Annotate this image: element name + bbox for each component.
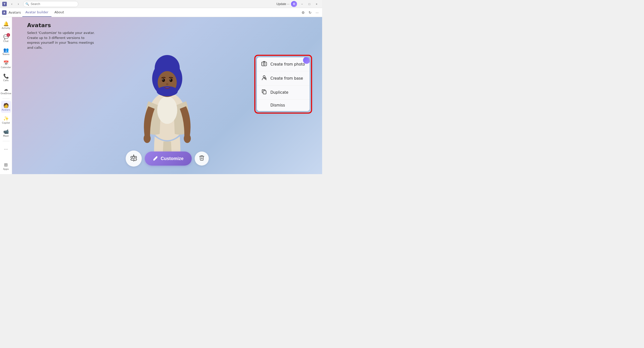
titlebar-nav: ‹ › [9,1,21,7]
activity-icon: 🔔 [3,21,9,26]
avatar-svg [135,36,200,164]
sidebar-item-calls[interactable]: 📞 Calls [1,71,11,83]
sidebar-item-copilot[interactable]: ✨ Copilot [1,114,11,126]
user-avatar: U [291,1,297,7]
sidebar-item-chat[interactable]: 1 💬 Chat [1,32,11,44]
delete-icon [199,155,205,162]
duplicate-label: Duplicate [270,90,288,95]
sidebar-label-onedrive: OneDrive [1,92,11,95]
apps-icon: ⊞ [4,162,8,167]
chat-badge: 1 [7,33,10,37]
forward-button[interactable]: › [16,1,21,7]
svg-text:T: T [4,3,6,6]
create-photo-label: Create from photo [270,62,305,67]
tab-links: Avatar builder About [22,8,67,17]
page-title: Avatars [27,22,97,28]
svg-point-14 [166,83,168,85]
tab-avatar-builder[interactable]: Avatar builder [22,8,51,17]
more-icon: ··· [3,146,9,153]
titlebar: T ‹ › 🔍 Update ··· U − □ × [0,0,322,8]
search-input[interactable] [31,2,76,6]
menu-item-create-base[interactable]: Create from base [257,71,310,85]
sidebar-label-apps: Apps [3,168,9,170]
create-base-label: Create from base [270,76,303,81]
sidebar-divider [3,98,10,99]
menu-item-create-photo[interactable]: Create from photo [257,57,310,71]
minimize-button[interactable]: − [299,1,306,7]
calendar-icon: 📅 [3,60,9,66]
sidebar-label-activity: Activity [2,27,10,29]
customize-label: Customize [161,156,184,161]
avatars-icon: 🧑 [3,103,9,108]
menu-item-dismiss[interactable]: Dismiss [257,100,310,111]
svg-text:?: ? [135,159,136,161]
content-area: Avatars Select 'Customize' to update you… [12,17,322,174]
meet-icon: 📹 [3,129,9,134]
svg-point-15 [144,134,151,143]
svg-point-13 [170,79,171,80]
copilot-icon: ✨ [3,116,9,121]
app-icon: A [2,10,7,15]
dropdown-menu: Create from photo Create from photo [257,57,310,111]
svg-rect-21 [263,91,266,94]
tab-about[interactable]: About [51,8,67,17]
svg-point-3 [157,96,177,124]
refresh-icon-btn[interactable]: ↻ [307,10,313,16]
titlebar-left: T ‹ › 🔍 [2,1,78,7]
tab-bar-actions: ⚙ ↻ ··· [300,10,320,16]
teams-logo: T [2,2,7,7]
back-button[interactable]: ‹ [9,1,15,7]
calls-icon: 📞 [3,73,9,79]
more-icon-btn[interactable]: ··· [314,10,320,16]
settings-icon-btn[interactable]: ⚙ [300,10,306,16]
sidebar-item-onedrive[interactable]: ☁ OneDrive [1,84,11,96]
dismiss-label: Dismiss [270,103,285,108]
dropdown-menu-wrapper: Create from photo Create from photo [254,55,312,114]
svg-point-18 [263,63,265,65]
camera-icon [261,61,267,68]
dropdown-outline: Create from photo Create from photo [254,55,312,114]
duplicate-icon [261,89,267,96]
svg-point-19 [263,76,265,78]
menu-item-duplicate[interactable]: Duplicate [257,85,310,100]
search-icon: 🔍 [25,2,29,6]
sidebar-label-calendar: Calendar [1,66,11,69]
sidebar-label-avatars: Avatars [2,109,10,111]
restore-button[interactable]: □ [306,1,313,7]
close-button[interactable]: × [313,1,320,7]
sidebar-item-calendar[interactable]: 📅 Calendar [1,58,11,70]
sidebar-item-teams[interactable]: 👥 Teams [1,45,11,57]
settings-icon: ? [130,154,137,163]
customize-icon [153,155,158,162]
svg-rect-17 [262,62,267,66]
sidebar-item-apps[interactable]: ⊞ Apps [1,160,11,172]
breadcrumb-avatars: Avatars [9,11,21,14]
sidebar-label-meet: Meet [3,135,9,137]
settings-button[interactable]: ? [126,151,142,167]
sidebar-label-teams: Teams [2,53,9,56]
update-button[interactable]: Update ··· [276,2,289,6]
search-bar: 🔍 [23,1,78,7]
sidebar-item-meet[interactable]: 📹 Meet [1,127,11,139]
sidebar-bottom: ⊞ Apps [1,160,11,172]
delete-button[interactable] [195,152,209,166]
sidebar-item-more[interactable]: ··· [1,143,11,155]
page-header: Avatars Select 'Customize' to update you… [27,22,97,50]
svg-point-16 [184,134,191,143]
sidebar-item-avatars[interactable]: 🧑 Avatars [1,101,11,113]
teams-icon: 👥 [3,47,9,53]
customize-button[interactable]: Customize [145,152,192,166]
sidebar-label-copilot: Copilot [2,122,10,124]
sidebar-label-chat: Chat [3,40,9,42]
sidebar-item-activity[interactable]: 🔔 Activity [1,19,11,31]
onedrive-icon: ☁ [4,86,8,92]
bottom-toolbar: ? Customize [126,151,209,167]
sidebar-divider-2 [3,141,10,141]
page-description: Select 'Customize' to update your avatar… [27,30,97,50]
tabbar: A Avatars Avatar builder About ⚙ ↻ ··· [0,8,322,17]
window-controls: − □ × [299,1,320,7]
sidebar: 🔔 Activity 1 💬 Chat 👥 Teams 📅 Calendar 📞… [0,17,12,174]
avatar-figure [132,30,202,170]
main-layout: 🔔 Activity 1 💬 Chat 👥 Teams 📅 Calendar 📞… [0,17,322,174]
sidebar-label-calls: Calls [3,79,9,82]
